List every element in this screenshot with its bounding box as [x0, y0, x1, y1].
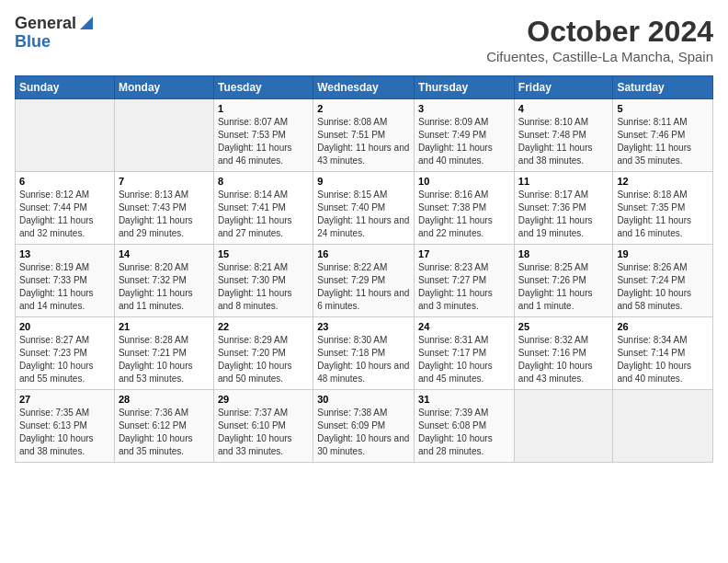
day-number: 6	[19, 176, 110, 187]
weekday-header: Monday	[114, 76, 213, 99]
day-number: 12	[617, 176, 709, 187]
calendar-week-row: 27Sunrise: 7:35 AMSunset: 6:13 PMDayligh…	[16, 390, 713, 463]
day-number: 10	[418, 176, 510, 187]
location-title: Cifuentes, Castille-La Mancha, Spain	[486, 49, 713, 64]
day-info: Sunrise: 8:10 AMSunset: 7:48 PMDaylight:…	[518, 116, 609, 167]
calendar-cell: 15Sunrise: 8:21 AMSunset: 7:30 PMDayligh…	[213, 245, 313, 317]
calendar-cell: 23Sunrise: 8:30 AMSunset: 7:18 PMDayligh…	[313, 317, 415, 390]
day-info: Sunrise: 7:36 AMSunset: 6:12 PMDaylight:…	[119, 407, 210, 458]
day-info: Sunrise: 8:08 AMSunset: 7:51 PMDaylight:…	[317, 116, 410, 167]
calendar-table: SundayMondayTuesdayWednesdayThursdayFrid…	[15, 75, 713, 463]
day-info: Sunrise: 8:25 AMSunset: 7:26 PMDaylight:…	[518, 261, 609, 313]
day-number: 13	[19, 248, 110, 259]
calendar-cell: 14Sunrise: 8:20 AMSunset: 7:32 PMDayligh…	[114, 245, 213, 317]
day-number: 24	[418, 321, 510, 332]
day-number: 29	[218, 394, 309, 405]
day-number: 8	[218, 176, 309, 187]
day-number: 23	[317, 321, 410, 332]
weekday-header: Tuesday	[213, 76, 313, 99]
day-info: Sunrise: 7:39 AMSunset: 6:08 PMDaylight:…	[418, 407, 510, 458]
weekday-header: Sunday	[16, 76, 115, 99]
calendar-cell: 17Sunrise: 8:23 AMSunset: 7:27 PMDayligh…	[415, 245, 515, 317]
day-number: 16	[317, 248, 410, 259]
calendar-cell: 8Sunrise: 8:14 AMSunset: 7:41 PMDaylight…	[213, 172, 313, 245]
day-number: 31	[418, 394, 510, 405]
day-info: Sunrise: 8:29 AMSunset: 7:20 PMDaylight:…	[218, 334, 309, 385]
day-number: 2	[317, 103, 410, 114]
day-number: 11	[518, 176, 609, 187]
calendar-cell	[613, 390, 713, 463]
day-number: 26	[617, 321, 709, 332]
calendar-cell: 27Sunrise: 7:35 AMSunset: 6:13 PMDayligh…	[16, 390, 115, 463]
day-info: Sunrise: 8:23 AMSunset: 7:27 PMDaylight:…	[418, 261, 510, 313]
day-info: Sunrise: 7:37 AMSunset: 6:10 PMDaylight:…	[218, 407, 309, 458]
day-number: 27	[19, 394, 110, 405]
weekday-header: Saturday	[613, 76, 713, 99]
day-info: Sunrise: 8:12 AMSunset: 7:44 PMDaylight:…	[19, 189, 110, 240]
calendar-week-row: 13Sunrise: 8:19 AMSunset: 7:33 PMDayligh…	[16, 245, 713, 317]
calendar-cell: 12Sunrise: 8:18 AMSunset: 7:35 PMDayligh…	[613, 172, 713, 245]
day-info: Sunrise: 7:35 AMSunset: 6:13 PMDaylight:…	[19, 407, 110, 458]
calendar-cell: 19Sunrise: 8:26 AMSunset: 7:24 PMDayligh…	[613, 245, 713, 317]
day-number: 4	[518, 103, 609, 114]
calendar-cell: 22Sunrise: 8:29 AMSunset: 7:20 PMDayligh…	[213, 317, 313, 390]
calendar-cell: 10Sunrise: 8:16 AMSunset: 7:38 PMDayligh…	[415, 172, 515, 245]
day-info: Sunrise: 8:15 AMSunset: 7:40 PMDaylight:…	[317, 189, 410, 240]
calendar-cell: 25Sunrise: 8:32 AMSunset: 7:16 PMDayligh…	[514, 317, 613, 390]
calendar-cell	[114, 99, 213, 172]
title-block: October 2024 Cifuentes, Castille-La Manc…	[486, 15, 713, 64]
day-info: Sunrise: 8:28 AMSunset: 7:21 PMDaylight:…	[119, 334, 210, 385]
day-number: 15	[218, 248, 309, 259]
day-info: Sunrise: 8:11 AMSunset: 7:46 PMDaylight:…	[617, 116, 709, 167]
day-info: Sunrise: 8:16 AMSunset: 7:38 PMDaylight:…	[418, 189, 510, 240]
day-number: 22	[218, 321, 309, 332]
calendar-week-row: 1Sunrise: 8:07 AMSunset: 7:53 PMDaylight…	[16, 99, 713, 172]
calendar-week-row: 6Sunrise: 8:12 AMSunset: 7:44 PMDaylight…	[16, 172, 713, 245]
calendar-cell: 1Sunrise: 8:07 AMSunset: 7:53 PMDaylight…	[213, 99, 313, 172]
day-number: 25	[518, 321, 609, 332]
calendar-cell: 7Sunrise: 8:13 AMSunset: 7:43 PMDaylight…	[114, 172, 213, 245]
calendar-cell	[16, 99, 115, 172]
day-number: 5	[617, 103, 709, 114]
day-info: Sunrise: 8:34 AMSunset: 7:14 PMDaylight:…	[617, 334, 709, 385]
logo-general-text: General	[15, 15, 76, 33]
weekday-header: Friday	[514, 76, 613, 99]
calendar-cell: 5Sunrise: 8:11 AMSunset: 7:46 PMDaylight…	[613, 99, 713, 172]
day-info: Sunrise: 8:32 AMSunset: 7:16 PMDaylight:…	[518, 334, 609, 385]
page-header: General Blue October 2024 Cifuentes, Cas…	[15, 15, 713, 64]
day-number: 3	[418, 103, 510, 114]
calendar-cell	[514, 390, 613, 463]
day-info: Sunrise: 7:38 AMSunset: 6:09 PMDaylight:…	[317, 407, 410, 458]
calendar-cell: 18Sunrise: 8:25 AMSunset: 7:26 PMDayligh…	[514, 245, 613, 317]
calendar-cell: 6Sunrise: 8:12 AMSunset: 7:44 PMDaylight…	[16, 172, 115, 245]
day-info: Sunrise: 8:21 AMSunset: 7:30 PMDaylight:…	[218, 261, 309, 313]
weekday-header-row: SundayMondayTuesdayWednesdayThursdayFrid…	[16, 76, 713, 99]
day-number: 7	[119, 176, 210, 187]
calendar-cell: 26Sunrise: 8:34 AMSunset: 7:14 PMDayligh…	[613, 317, 713, 390]
day-info: Sunrise: 8:31 AMSunset: 7:17 PMDaylight:…	[418, 334, 510, 385]
calendar-cell: 2Sunrise: 8:08 AMSunset: 7:51 PMDaylight…	[313, 99, 415, 172]
day-number: 18	[518, 248, 609, 259]
calendar-cell: 3Sunrise: 8:09 AMSunset: 7:49 PMDaylight…	[415, 99, 515, 172]
day-number: 1	[218, 103, 309, 114]
weekday-header: Wednesday	[313, 76, 415, 99]
day-info: Sunrise: 8:07 AMSunset: 7:53 PMDaylight:…	[218, 116, 309, 167]
calendar-cell: 4Sunrise: 8:10 AMSunset: 7:48 PMDaylight…	[514, 99, 613, 172]
day-info: Sunrise: 8:17 AMSunset: 7:36 PMDaylight:…	[518, 189, 609, 240]
day-info: Sunrise: 8:27 AMSunset: 7:23 PMDaylight:…	[19, 334, 110, 385]
day-info: Sunrise: 8:19 AMSunset: 7:33 PMDaylight:…	[19, 261, 110, 313]
day-info: Sunrise: 8:13 AMSunset: 7:43 PMDaylight:…	[119, 189, 210, 240]
calendar-cell: 13Sunrise: 8:19 AMSunset: 7:33 PMDayligh…	[16, 245, 115, 317]
calendar-cell: 24Sunrise: 8:31 AMSunset: 7:17 PMDayligh…	[415, 317, 515, 390]
svg-marker-0	[80, 17, 93, 29]
logo-blue-text: Blue	[15, 33, 51, 52]
day-info: Sunrise: 8:26 AMSunset: 7:24 PMDaylight:…	[617, 261, 709, 313]
calendar-cell: 21Sunrise: 8:28 AMSunset: 7:21 PMDayligh…	[114, 317, 213, 390]
calendar-cell: 30Sunrise: 7:38 AMSunset: 6:09 PMDayligh…	[313, 390, 415, 463]
day-info: Sunrise: 8:22 AMSunset: 7:29 PMDaylight:…	[317, 261, 410, 313]
day-info: Sunrise: 8:20 AMSunset: 7:32 PMDaylight:…	[119, 261, 210, 313]
calendar-cell: 28Sunrise: 7:36 AMSunset: 6:12 PMDayligh…	[114, 390, 213, 463]
day-number: 19	[617, 248, 709, 259]
day-number: 14	[119, 248, 210, 259]
calendar-cell: 20Sunrise: 8:27 AMSunset: 7:23 PMDayligh…	[16, 317, 115, 390]
